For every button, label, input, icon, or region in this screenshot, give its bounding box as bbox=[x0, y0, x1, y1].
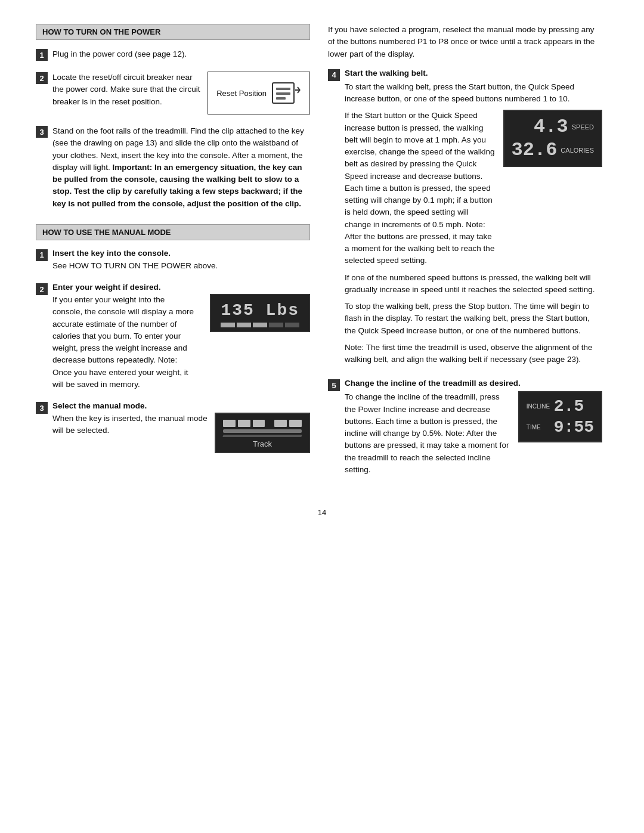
page-number: 14 bbox=[36, 508, 608, 517]
left-column: HOW TO TURN ON THE POWER 1 Plug in the p… bbox=[36, 24, 310, 484]
manual-step2-title: Enter your weight if desired. bbox=[52, 283, 310, 292]
step-number-2: 2 bbox=[36, 72, 48, 84]
bar5 bbox=[285, 323, 299, 327]
power-step2: 2 Locate the reset/off circuit breaker n… bbox=[36, 72, 310, 114]
tseg4 bbox=[274, 420, 287, 427]
incline-label: INCLINE bbox=[527, 403, 550, 410]
calories-row: 32.6 CALORIES bbox=[512, 139, 594, 161]
manual-step2: 2 Enter your weight if desired. If you e… bbox=[36, 283, 310, 391]
calories-label: CALORIES bbox=[561, 147, 594, 154]
speed-label: SPEED bbox=[572, 123, 594, 131]
reset-label: Reset Position bbox=[216, 89, 267, 98]
bar2 bbox=[237, 323, 251, 327]
time-row: TIME 9:55 bbox=[527, 418, 594, 436]
track-display: Track bbox=[215, 413, 310, 453]
power-step2-text: Locate the reset/off circuit breaker nea… bbox=[52, 72, 200, 108]
incline-display: INCLINE 2.5 TIME 9:55 bbox=[518, 391, 602, 442]
svg-rect-2 bbox=[276, 92, 290, 95]
section-manual-header: HOW TO USE THE MANUAL MODE bbox=[36, 224, 310, 240]
incline-value: 2.5 bbox=[554, 397, 584, 416]
right-step5-content: Change the incline of the treadmill as d… bbox=[345, 379, 602, 476]
manual-step3-content: Select the manual mode. When the key is … bbox=[52, 401, 310, 453]
section-manual: HOW TO USE THE MANUAL MODE 1 Insert the … bbox=[36, 224, 310, 453]
speed-display: 4.3 SPEED 32.6 CALORIES bbox=[503, 110, 602, 167]
bar1 bbox=[221, 323, 235, 327]
svg-rect-3 bbox=[276, 97, 286, 100]
step-number-1: 1 bbox=[36, 49, 48, 61]
manual-step2-text: If you enter your weight into the consol… bbox=[52, 295, 194, 389]
track-row1 bbox=[223, 420, 302, 427]
right-step4: 4 Start the walking belt. To start the w… bbox=[328, 69, 602, 371]
step-number-3: 3 bbox=[36, 126, 48, 138]
step4-text2: If the Start button or the Quick Speed i… bbox=[345, 110, 495, 267]
right-step5: 5 Change the incline of the treadmill as… bbox=[328, 379, 602, 476]
section-power-header: HOW TO TURN ON THE POWER bbox=[36, 24, 310, 40]
step4-text4: To stop the walking belt, press the Stop… bbox=[345, 301, 602, 337]
power-step1-content: Plug in the power cord (see page 12). bbox=[52, 48, 310, 60]
step5-text1: To change the incline of the treadmill, … bbox=[345, 391, 510, 476]
step4-text5: Note: The first time the treadmill is us… bbox=[345, 342, 602, 366]
manual-step-number-1: 1 bbox=[36, 249, 48, 261]
step4-text3: If one of the numbered speed buttons is … bbox=[345, 272, 602, 296]
right-step-number-4: 4 bbox=[328, 69, 340, 81]
right-step4-content: Start the walking belt. To start the wal… bbox=[345, 69, 602, 371]
right-intro-text: If you have selected a program, reselect… bbox=[328, 24, 602, 60]
manual-step-number-2: 2 bbox=[36, 283, 48, 295]
speed-row: 4.3 SPEED bbox=[512, 116, 594, 138]
reset-position-box: Reset Position bbox=[208, 72, 310, 114]
weight-display: 135 Lbs bbox=[210, 294, 310, 332]
step4-text1: To start the walking belt, press the Sta… bbox=[345, 81, 602, 106]
tseg3 bbox=[253, 420, 265, 427]
time-label: TIME bbox=[527, 424, 550, 431]
time-value: 9:55 bbox=[554, 418, 594, 436]
tseg2 bbox=[238, 420, 250, 427]
calories-value: 32.6 bbox=[512, 139, 558, 161]
svg-rect-1 bbox=[276, 88, 290, 90]
manual-step1: 1 Insert the key into the console. See H… bbox=[36, 249, 310, 272]
step4-title: Start the walking belt. bbox=[345, 69, 602, 78]
incline-row: INCLINE 2.5 bbox=[527, 397, 594, 416]
speed-value: 4.3 bbox=[534, 116, 568, 138]
manual-step2-content: Enter your weight if desired. If you ent… bbox=[52, 283, 310, 391]
manual-step1-title: Insert the key into the console. bbox=[52, 249, 310, 258]
tseg5 bbox=[289, 420, 302, 427]
power-step1: 1 Plug in the power cord (see page 12). bbox=[36, 48, 310, 61]
power-step3: 3 Stand on the foot rails of the treadmi… bbox=[36, 125, 310, 210]
power-step1-text: Plug in the power cord (see page 12). bbox=[52, 49, 187, 58]
manual-step3-text: When the key is inserted, the manual mod… bbox=[52, 414, 208, 435]
weight-display-value: 135 Lbs bbox=[221, 301, 299, 320]
section-power: HOW TO TURN ON THE POWER 1 Plug in the p… bbox=[36, 24, 310, 210]
power-step3-content: Stand on the foot rails of the treadmill… bbox=[52, 125, 310, 210]
right-column: If you have selected a program, reselect… bbox=[328, 24, 602, 484]
step5-title: Change the incline of the treadmill as d… bbox=[345, 379, 602, 388]
weight-display-bars bbox=[221, 323, 299, 327]
reset-icon bbox=[271, 78, 301, 108]
manual-step3: 3 Select the manual mode. When the key i… bbox=[36, 401, 310, 453]
manual-step1-content: Insert the key into the console. See HOW… bbox=[52, 249, 310, 272]
manual-step3-title: Select the manual mode. bbox=[52, 401, 310, 410]
right-step-number-5: 5 bbox=[328, 379, 340, 391]
bar3 bbox=[253, 323, 267, 327]
power-step2-content: Locate the reset/off circuit breaker nea… bbox=[52, 72, 310, 114]
tseg1 bbox=[223, 420, 236, 427]
manual-step-number-3: 3 bbox=[36, 402, 48, 414]
bar4 bbox=[269, 323, 283, 327]
track-label: Track bbox=[223, 439, 302, 448]
manual-step1-text: See HOW TO TURN ON THE POWER above. bbox=[52, 260, 310, 272]
